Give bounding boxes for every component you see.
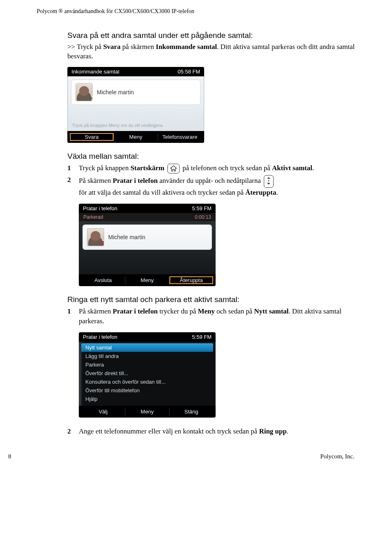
step-switch-2: 2 På skärmen Pratar i telefon använder d… — [67, 175, 355, 198]
heading-answer-second-call: Svara på ett andra samtal under ett pågå… — [67, 31, 355, 40]
caller-name: Michele martin — [108, 234, 145, 240]
home-icon — [167, 164, 180, 173]
screenshot-menu: Pratar i telefon 5:59 FM Nytt samtal Läg… — [79, 332, 216, 418]
avatar — [76, 83, 93, 101]
shot2-btn-ateruppta: Återuppta — [169, 276, 213, 284]
shot2-btn-meny: Meny — [125, 276, 169, 284]
step-switch-1: 1 Tryck på knappen Startskärm på telefon… — [67, 163, 355, 173]
shot2-status: Parkerad — [83, 214, 103, 220]
menu-item: Nytt samtal — [81, 343, 213, 352]
menu-item: Lägg till andra — [81, 352, 213, 360]
shot1-btn-svara: Svara — [70, 133, 114, 141]
shot1-btn-meny: Meny — [114, 133, 158, 141]
shot1-time: 05:58 FM — [178, 69, 200, 75]
shot2-btn-avsluta: Avsluta — [81, 276, 125, 284]
shot3-btn-meny: Meny — [125, 408, 169, 416]
svg-point-0 — [268, 180, 270, 182]
shot3-title: Pratar i telefon — [83, 334, 118, 340]
shot1-hint: Tryck på knappen Meny om du vill omdirig… — [71, 123, 200, 128]
shot3-btn-stang: Stäng — [169, 408, 213, 416]
menu-item: Konsultera och överför sedan till... — [81, 378, 213, 386]
step-newcall-2: 2 Ange ett telefonnummer eller välj en k… — [67, 427, 355, 437]
menu-item: Överför direkt till... — [81, 369, 213, 378]
menu-item: Hjälp — [81, 395, 213, 403]
menu-item: Överför till mobiltelefon — [81, 386, 213, 395]
page-header: Polycom ® användarhandbok för CX500/CX60… — [37, 8, 355, 15]
shot3-btn-valj: Välj — [81, 408, 125, 416]
screenshot-parked-call: Pratar i telefon 5:59 FM Parkerad 0:00:1… — [79, 204, 216, 286]
page-number: 8 — [8, 453, 11, 460]
step-newcall-1: 1 På skärmen Pratar i telefon trycker du… — [67, 307, 355, 327]
avatar — [87, 228, 104, 246]
caller-name: Michele martin — [97, 89, 134, 96]
heading-switch-calls: Växla mellan samtal: — [67, 152, 355, 161]
screenshot-incoming-call: Inkommande samtal 05:58 FM Michele marti… — [67, 67, 204, 143]
footer-company: Polycom, Inc. — [320, 453, 354, 460]
menu-item: Parkera — [81, 360, 213, 369]
para-answer-second: >> Tryck på Svara på skärmen Inkommande … — [67, 42, 355, 61]
shot1-title: Inkommande samtal — [71, 69, 119, 75]
up-down-arrows-icon — [264, 175, 274, 188]
shot1-btn-telefonsvarare: Telefonsvarare — [158, 133, 202, 141]
shot2-title: Pratar i telefon — [83, 205, 118, 211]
heading-new-call-park: Ringa ett nytt samtal och parkera ett ak… — [67, 295, 355, 304]
shot2-duration: 0:00:13 — [195, 214, 211, 220]
shot3-time: 5:59 FM — [192, 334, 212, 340]
shot2-time: 5:59 FM — [192, 205, 212, 211]
